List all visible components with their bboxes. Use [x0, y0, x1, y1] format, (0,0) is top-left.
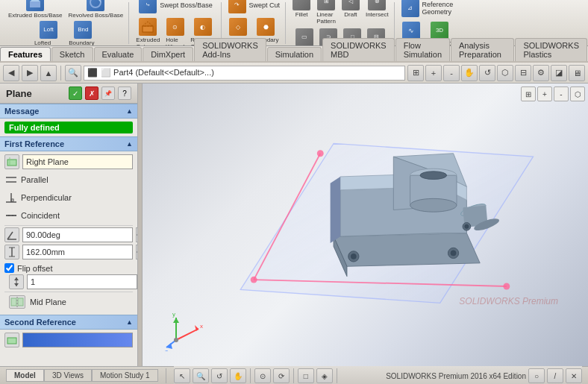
monitor-button[interactable]: 🖥: [569, 65, 585, 81]
up-button[interactable]: ▲: [40, 65, 57, 81]
view-settings-button[interactable]: ⚙: [533, 65, 549, 81]
zoom-out-button[interactable]: -: [443, 65, 460, 81]
draft-icon: ◁: [342, 0, 360, 10]
svg-point-38: [420, 171, 447, 180]
tab-dimxpert[interactable]: DimXpert: [143, 47, 193, 61]
model-tab[interactable]: Model: [6, 369, 44, 382]
reference-geometry-button[interactable]: ⊿ ReferenceGeometry: [399, 0, 456, 19]
swept-cut-button[interactable]: ↷ Swept Cut: [226, 0, 283, 15]
display-style-button[interactable]: ◪: [551, 65, 567, 81]
svg-point-37: [410, 198, 457, 212]
perpendicular-icon: [4, 191, 18, 204]
confirm-button[interactable]: ✓: [69, 86, 82, 100]
help-button[interactable]: ?: [118, 86, 131, 100]
extruded-cut-button[interactable]: ExtrudedCut: [134, 17, 162, 46]
bottom-rotate2-button[interactable]: ⟳: [273, 368, 290, 383]
zoom-in-button[interactable]: +: [425, 65, 442, 81]
tab-simulation[interactable]: Simulation: [267, 47, 322, 61]
linear-pattern-button[interactable]: ⊞ LinearPattern: [314, 0, 338, 25]
draft-button[interactable]: ◁ Draft: [340, 0, 362, 25]
pan-button[interactable]: ✋: [461, 65, 478, 81]
boundary-boss-icon: Bnd: [74, 21, 92, 39]
tab-features[interactable]: Features: [0, 47, 51, 61]
tab-evaluate[interactable]: Evaluate: [94, 47, 143, 61]
perpendicular-option: Perpendicular: [4, 189, 133, 206]
tab-addins[interactable]: SOLIDWORKS Add-Ins: [194, 38, 266, 61]
boundary-boss-button[interactable]: Bnd BoundaryBoss/Base: [66, 20, 99, 47]
bottom-normal-button[interactable]: ⊙: [254, 368, 271, 383]
bottom-action-bar: ↖ 🔍 ↺ ✋ ⊙ ⟳ □ ◈ SOLIDWORKS Premium 2016 …: [174, 365, 582, 385]
svg-rect-25: [7, 338, 16, 344]
angle-row: ▲ ▼: [4, 227, 133, 242]
boundary-cut-icon: ⬣: [257, 18, 275, 36]
bottom-pan-button[interactable]: ✋: [230, 368, 246, 383]
tab-plastics[interactable]: SOLIDWORKS Plastics: [515, 38, 587, 61]
svg-point-50: [251, 277, 257, 283]
svg-marker-4: [143, 22, 153, 26]
tab-mbd[interactable]: SOLIDWORKS MBD: [322, 38, 395, 61]
swept-boss-button[interactable]: ⤷ Swept Boss/Base: [137, 0, 215, 15]
extruded-boss-button[interactable]: Extruded Boss/Base: [6, 0, 64, 19]
svg-line-53: [176, 329, 198, 340]
svg-marker-21: [14, 283, 19, 286]
tab-sketch[interactable]: Sketch: [51, 47, 93, 61]
intersect-button[interactable]: ⊗ Intersect: [363, 0, 391, 25]
perpendicular-label: Perpendicular: [21, 193, 72, 202]
motion-study-tab[interactable]: Motion Study 1: [92, 369, 158, 382]
message-section-header[interactable]: Message ▲: [0, 104, 137, 119]
3d-views-tab[interactable]: 3D Views: [44, 369, 92, 382]
svg-marker-1: [30, 0, 40, 1]
tab-analysis[interactable]: Analysis Preparation: [451, 38, 514, 61]
revolved-cut-icon: ◐: [194, 18, 212, 36]
section-view-button[interactable]: ⊟: [515, 65, 531, 81]
bottom-tab-group: Model 3D Views Motion Study 1: [6, 369, 158, 382]
back-button[interactable]: ◀: [3, 65, 19, 81]
model-container: [187, 98, 573, 321]
distance-input[interactable]: [22, 245, 133, 259]
bottom-rotate-button[interactable]: ↺: [211, 368, 228, 383]
bottom-select-button[interactable]: ↖: [174, 368, 190, 383]
offset-input[interactable]: [27, 274, 137, 289]
angle-input[interactable]: [22, 227, 133, 242]
slash-button[interactable]: /: [547, 368, 563, 383]
sep1: [4, 225, 133, 226]
revolved-boss-button[interactable]: Revolved Boss/Base: [66, 0, 125, 19]
bottom-view1-button[interactable]: □: [298, 368, 314, 383]
rib-icon: ▭: [295, 28, 313, 46]
svg-rect-23: [18, 298, 23, 306]
pin-button[interactable]: 📌: [101, 86, 115, 100]
mid-plane-label: Mid Plane: [30, 298, 66, 306]
bottom-view2-button[interactable]: ◈: [316, 368, 333, 383]
rotate-button[interactable]: ↺: [479, 65, 495, 81]
viewport-controls: ⊞ + - ✋ ↺ ⬡ ⊟ ⚙ ◪ 🖥: [407, 65, 585, 81]
axis-indicator: x y z: [165, 310, 202, 347]
svg-rect-22: [11, 298, 16, 306]
search-button[interactable]: 🔍: [65, 65, 81, 81]
plane-name-input[interactable]: [22, 154, 133, 169]
message-value: Fully defined: [4, 122, 133, 133]
revolved-boss-icon: [87, 0, 104, 11]
hole-wizard-button[interactable]: ⊙ HoleWizard: [163, 17, 187, 46]
x-button[interactable]: ✕: [566, 368, 582, 383]
svg-text:z: z: [165, 348, 168, 351]
bottom-zoom-button[interactable]: 🔍: [193, 368, 209, 383]
zoom-fit-button[interactable]: ⊞: [407, 65, 424, 81]
panel-title: Plane: [6, 88, 32, 99]
first-ref-section-header[interactable]: First Reference ▲: [0, 136, 137, 151]
second-ref-section-header[interactable]: Second Reference ▲: [0, 315, 137, 330]
lofted-boss-button[interactable]: Loft LoftedBoss/Base: [32, 20, 65, 47]
svg-rect-6: [9, 157, 10, 166]
flip-offset-checkbox[interactable]: [4, 263, 14, 273]
cancel-button[interactable]: ✗: [85, 86, 98, 100]
plane-ref-icon: [4, 154, 19, 169]
message-label: Message: [4, 107, 39, 116]
fillet-button[interactable]: ⌒ Fillet: [290, 0, 313, 25]
viewport[interactable]: ⊞ + - ⬡: [143, 84, 588, 366]
circle-button[interactable]: ○: [528, 368, 545, 383]
second-ref-input[interactable]: [22, 333, 133, 347]
rib-button[interactable]: ▭ Rib: [293, 28, 316, 47]
curves-icon: ∿: [402, 22, 420, 40]
forward-button[interactable]: ▶: [22, 65, 38, 81]
view-orient-button[interactable]: ⬡: [497, 65, 513, 81]
tab-flow[interactable]: Flow Simulation: [395, 38, 450, 61]
